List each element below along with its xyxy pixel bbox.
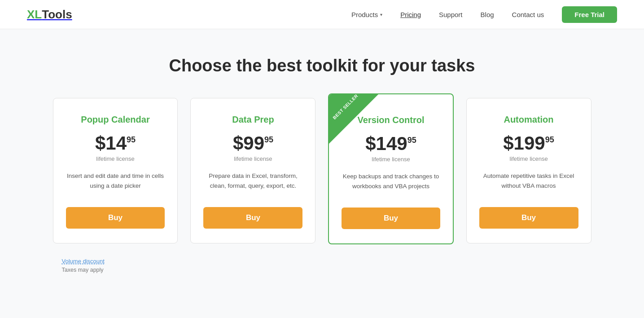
- price-cents-automation: 95: [545, 136, 554, 144]
- chevron-down-icon: ▾: [380, 12, 382, 17]
- pricing-cards: Popup Calendar $14 95 lifetime license I…: [53, 98, 591, 244]
- product-name-automation: Automation: [504, 115, 553, 125]
- buy-button-automation[interactable]: Buy: [479, 207, 578, 229]
- nav-blog[interactable]: Blog: [481, 11, 494, 18]
- buy-button-version-control[interactable]: Buy: [342, 208, 440, 229]
- footer-notes: Volume discount Taxes may apply: [53, 257, 591, 273]
- best-seller-ribbon: BEST SELLER: [329, 94, 378, 144]
- nav-pricing[interactable]: Pricing: [400, 11, 421, 18]
- logo[interactable]: XLTools: [27, 8, 72, 22]
- best-seller-badge: BEST SELLER: [329, 94, 362, 123]
- price-dollar-data-prep: $99: [233, 134, 264, 153]
- price-cents-data-prep: 95: [264, 136, 273, 144]
- product-desc-data-prep: Prepare data in Excel, transform, clean,…: [203, 171, 302, 194]
- taxes-note: Taxes may apply: [62, 267, 583, 273]
- buy-button-popup-calendar[interactable]: Buy: [66, 207, 165, 229]
- logo-xl: XL: [27, 8, 42, 22]
- price-cents-popup-calendar: 95: [127, 136, 136, 144]
- volume-discount-link[interactable]: Volume discount: [62, 258, 105, 265]
- product-desc-version-control: Keep backups and track changes to workbo…: [342, 172, 440, 195]
- site-header: XLTools Products ▾ Pricing Support Blog …: [0, 0, 644, 29]
- price-license-popup-calendar: lifetime license: [96, 155, 134, 162]
- nav-support[interactable]: Support: [439, 11, 463, 18]
- nav-contact[interactable]: Contact us: [512, 11, 544, 18]
- main-nav: Products ▾ Pricing Support Blog Contact …: [351, 6, 617, 23]
- price-row-data-prep: $99 95: [233, 134, 273, 153]
- nav-products[interactable]: Products ▾: [351, 11, 382, 18]
- buy-button-data-prep[interactable]: Buy: [203, 207, 302, 229]
- price-license-data-prep: lifetime license: [234, 155, 272, 162]
- pricing-card-popup-calendar: Popup Calendar $14 95 lifetime license I…: [53, 98, 178, 243]
- pricing-card-automation: Automation $199 95 lifetime license Auto…: [466, 98, 591, 243]
- main-content: Choose the best toolkit for your tasks P…: [0, 29, 644, 318]
- price-row-popup-calendar: $14 95: [95, 134, 136, 153]
- free-trial-button[interactable]: Free Trial: [562, 6, 617, 23]
- product-desc-automation: Automate repetitive tasks in Excel witho…: [479, 171, 578, 194]
- pricing-card-data-prep: Data Prep $99 95 lifetime license Prepar…: [190, 98, 315, 243]
- price-row-automation: $199 95: [503, 134, 554, 153]
- price-license-version-control: lifetime license: [372, 156, 410, 163]
- price-cents-version-control: 95: [407, 136, 416, 144]
- price-license-automation: lifetime license: [509, 155, 548, 162]
- page-title: Choose the best toolkit for your tasks: [9, 56, 635, 75]
- product-name-data-prep: Data Prep: [232, 115, 274, 125]
- price-dollar-automation: $199: [503, 134, 545, 153]
- pricing-card-version-control: BEST SELLER Version Control $149 95 life…: [328, 93, 453, 244]
- product-name-popup-calendar: Popup Calendar: [81, 115, 149, 125]
- price-dollar-popup-calendar: $14: [95, 134, 127, 153]
- logo-tools: Tools: [42, 8, 72, 22]
- product-desc-popup-calendar: Insert and edit date and time in cells u…: [66, 171, 165, 194]
